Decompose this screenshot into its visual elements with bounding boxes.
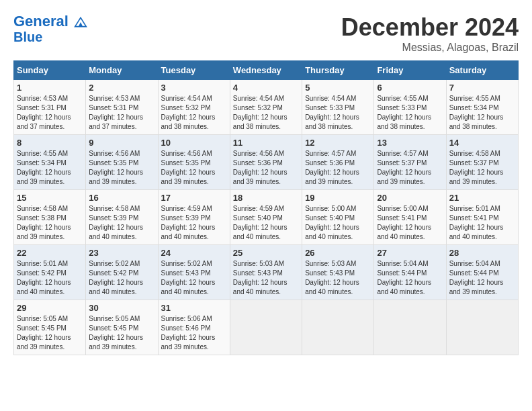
calendar-table: SundayMondayTuesdayWednesdayThursdayFrid… [13, 60, 519, 355]
day-detail: Sunrise: 4:54 AMSunset: 5:33 PMDaylight:… [305, 94, 371, 132]
weekday-header-thursday: Thursday [302, 61, 374, 80]
calendar-week-row: 8 Sunrise: 4:55 AMSunset: 5:34 PMDayligh… [14, 135, 519, 190]
day-number: 28 [449, 248, 515, 258]
calendar-cell: 20 Sunrise: 5:00 AMSunset: 5:41 PMDaylig… [374, 190, 446, 245]
day-detail: Sunrise: 4:56 AMSunset: 5:36 PMDaylight:… [233, 149, 299, 187]
day-number: 19 [305, 193, 371, 203]
day-number: 14 [449, 138, 515, 148]
calendar-cell: 24 Sunrise: 5:02 AMSunset: 5:43 PMDaylig… [158, 245, 230, 300]
day-detail: Sunrise: 5:01 AMSunset: 5:42 PMDaylight:… [17, 259, 83, 297]
calendar-cell: 16 Sunrise: 4:58 AMSunset: 5:39 PMDaylig… [86, 190, 158, 245]
day-detail: Sunrise: 5:06 AMSunset: 5:46 PMDaylight:… [161, 314, 227, 352]
location-title: Messias, Alagoas, Brazil [341, 42, 519, 54]
day-number: 25 [233, 248, 299, 258]
day-detail: Sunrise: 5:03 AMSunset: 5:43 PMDaylight:… [233, 259, 299, 297]
calendar-cell: 6 Sunrise: 4:55 AMSunset: 5:33 PMDayligh… [374, 80, 446, 135]
svg-marker-1 [79, 22, 83, 27]
day-number: 9 [89, 138, 154, 148]
day-detail: Sunrise: 4:54 AMSunset: 5:32 PMDaylight:… [233, 94, 299, 132]
calendar-week-row: 15 Sunrise: 4:58 AMSunset: 5:38 PMDaylig… [14, 190, 519, 245]
day-number: 21 [449, 193, 515, 203]
calendar-cell: 19 Sunrise: 5:00 AMSunset: 5:40 PMDaylig… [302, 190, 374, 245]
calendar-cell: 1 Sunrise: 4:53 AMSunset: 5:31 PMDayligh… [14, 80, 86, 135]
day-number: 27 [377, 248, 443, 258]
weekday-header-friday: Friday [374, 61, 446, 80]
day-detail: Sunrise: 5:02 AMSunset: 5:43 PMDaylight:… [161, 259, 227, 297]
day-detail: Sunrise: 4:58 AMSunset: 5:39 PMDaylight:… [89, 204, 154, 242]
month-title: December 2024 [341, 13, 519, 42]
day-detail: Sunrise: 4:56 AMSunset: 5:35 PMDaylight:… [161, 149, 227, 187]
calendar-cell: 14 Sunrise: 4:58 AMSunset: 5:37 PMDaylig… [446, 135, 518, 190]
day-number: 31 [161, 303, 227, 313]
day-detail: Sunrise: 4:55 AMSunset: 5:34 PMDaylight:… [17, 149, 83, 187]
day-number: 20 [377, 193, 443, 203]
weekday-header-saturday: Saturday [446, 61, 518, 80]
calendar-cell: 11 Sunrise: 4:56 AMSunset: 5:36 PMDaylig… [230, 135, 302, 190]
day-number: 11 [233, 138, 299, 148]
day-detail: Sunrise: 4:53 AMSunset: 5:31 PMDaylight:… [17, 94, 83, 132]
day-detail: Sunrise: 5:02 AMSunset: 5:42 PMDaylight:… [89, 259, 154, 297]
calendar-cell: 13 Sunrise: 4:57 AMSunset: 5:37 PMDaylig… [374, 135, 446, 190]
calendar-cell: 26 Sunrise: 5:03 AMSunset: 5:43 PMDaylig… [302, 245, 374, 300]
day-detail: Sunrise: 4:54 AMSunset: 5:32 PMDaylight:… [161, 94, 227, 132]
day-detail: Sunrise: 5:00 AMSunset: 5:40 PMDaylight:… [305, 204, 371, 242]
calendar-cell: 4 Sunrise: 4:54 AMSunset: 5:32 PMDayligh… [230, 80, 302, 135]
day-detail: Sunrise: 4:57 AMSunset: 5:37 PMDaylight:… [377, 149, 443, 187]
calendar-cell: 29 Sunrise: 5:05 AMSunset: 5:45 PMDaylig… [14, 300, 86, 355]
day-number: 30 [89, 303, 154, 313]
calendar-cell [374, 300, 446, 355]
day-number: 3 [161, 83, 227, 93]
day-number: 4 [233, 83, 299, 93]
calendar-cell: 3 Sunrise: 4:54 AMSunset: 5:32 PMDayligh… [158, 80, 230, 135]
day-number: 24 [161, 248, 227, 258]
day-number: 6 [377, 83, 443, 93]
day-number: 16 [89, 193, 154, 203]
calendar-cell [230, 300, 302, 355]
calendar-cell: 7 Sunrise: 4:55 AMSunset: 5:34 PMDayligh… [446, 80, 518, 135]
calendar-cell: 17 Sunrise: 4:59 AMSunset: 5:39 PMDaylig… [158, 190, 230, 245]
calendar-cell: 30 Sunrise: 5:05 AMSunset: 5:45 PMDaylig… [86, 300, 158, 355]
day-detail: Sunrise: 5:00 AMSunset: 5:41 PMDaylight:… [377, 204, 443, 242]
day-detail: Sunrise: 4:56 AMSunset: 5:35 PMDaylight:… [89, 149, 154, 187]
day-detail: Sunrise: 5:05 AMSunset: 5:45 PMDaylight:… [89, 314, 154, 352]
calendar-header-row: SundayMondayTuesdayWednesdayThursdayFrid… [14, 61, 519, 80]
calendar-cell: 8 Sunrise: 4:55 AMSunset: 5:34 PMDayligh… [14, 135, 86, 190]
title-block: December 2024 Messias, Alagoas, Brazil [341, 13, 519, 54]
calendar-cell: 28 Sunrise: 5:04 AMSunset: 5:44 PMDaylig… [446, 245, 518, 300]
calendar-cell: 10 Sunrise: 4:56 AMSunset: 5:35 PMDaylig… [158, 135, 230, 190]
day-number: 23 [89, 248, 154, 258]
calendar-cell: 9 Sunrise: 4:56 AMSunset: 5:35 PMDayligh… [86, 135, 158, 190]
day-number: 22 [17, 248, 83, 258]
calendar-week-row: 1 Sunrise: 4:53 AMSunset: 5:31 PMDayligh… [14, 80, 519, 135]
day-number: 5 [305, 83, 371, 93]
calendar-cell: 2 Sunrise: 4:53 AMSunset: 5:31 PMDayligh… [86, 80, 158, 135]
weekday-header-tuesday: Tuesday [158, 61, 230, 80]
day-detail: Sunrise: 4:55 AMSunset: 5:34 PMDaylight:… [449, 94, 515, 132]
weekday-header-sunday: Sunday [14, 61, 86, 80]
calendar-cell [302, 300, 374, 355]
calendar-cell: 23 Sunrise: 5:02 AMSunset: 5:42 PMDaylig… [86, 245, 158, 300]
day-number: 10 [161, 138, 227, 148]
day-number: 17 [161, 193, 227, 203]
day-number: 15 [17, 193, 83, 203]
calendar-cell: 5 Sunrise: 4:54 AMSunset: 5:33 PMDayligh… [302, 80, 374, 135]
calendar-cell: 22 Sunrise: 5:01 AMSunset: 5:42 PMDaylig… [14, 245, 86, 300]
day-number: 12 [305, 138, 371, 148]
calendar-week-row: 29 Sunrise: 5:05 AMSunset: 5:45 PMDaylig… [14, 300, 519, 355]
calendar-cell: 25 Sunrise: 5:03 AMSunset: 5:43 PMDaylig… [230, 245, 302, 300]
calendar-week-row: 22 Sunrise: 5:01 AMSunset: 5:42 PMDaylig… [14, 245, 519, 300]
logo-text: General [13, 13, 87, 30]
day-detail: Sunrise: 5:03 AMSunset: 5:43 PMDaylight:… [305, 259, 371, 297]
day-number: 13 [377, 138, 443, 148]
day-detail: Sunrise: 4:53 AMSunset: 5:31 PMDaylight:… [89, 94, 154, 132]
day-detail: Sunrise: 4:57 AMSunset: 5:36 PMDaylight:… [305, 149, 371, 187]
calendar-cell [446, 300, 518, 355]
day-number: 7 [449, 83, 515, 93]
day-number: 2 [89, 83, 154, 93]
day-detail: Sunrise: 5:04 AMSunset: 5:44 PMDaylight:… [377, 259, 443, 297]
calendar-cell: 27 Sunrise: 5:04 AMSunset: 5:44 PMDaylig… [374, 245, 446, 300]
day-number: 18 [233, 193, 299, 203]
page-header: General Blue December 2024 Messias, Alag… [13, 13, 519, 54]
calendar-cell: 12 Sunrise: 4:57 AMSunset: 5:36 PMDaylig… [302, 135, 374, 190]
day-detail: Sunrise: 4:55 AMSunset: 5:33 PMDaylight:… [377, 94, 443, 132]
